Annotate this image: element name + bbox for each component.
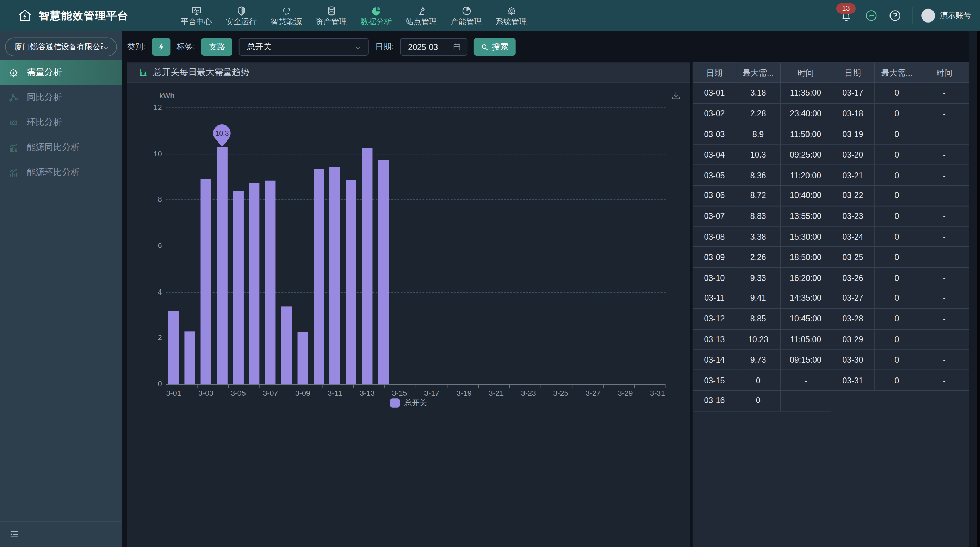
table-cell: - xyxy=(920,124,970,145)
chart-legend[interactable]: 总开关 xyxy=(127,397,690,408)
collapse-sidebar-icon[interactable] xyxy=(9,529,19,540)
gridline xyxy=(165,154,665,155)
bar-3-09[interactable] xyxy=(298,332,308,384)
category-electric-button[interactable] xyxy=(151,38,170,56)
download-icon[interactable] xyxy=(671,91,681,101)
help-icon[interactable] xyxy=(888,9,902,22)
avatar[interactable] xyxy=(921,9,935,22)
table-cell: 03-24 xyxy=(831,226,875,247)
demand-table-panel: 日期最大需...时间日期最大需...时间03-013.1811:35:0003-… xyxy=(692,62,969,547)
table-row: 03-109.3316:20:0003-260- xyxy=(692,268,970,288)
sidebar-item-0[interactable]: 需量分析 xyxy=(0,60,122,85)
page-scrollbar[interactable] xyxy=(969,31,977,547)
table-cell: - xyxy=(920,247,970,268)
y-tick-label: 10 xyxy=(133,149,162,158)
bar-3-03[interactable] xyxy=(201,179,212,384)
x-tick-mark xyxy=(291,384,291,388)
bar-3-13[interactable] xyxy=(362,148,372,384)
x-tick-mark xyxy=(478,384,479,388)
table-cell: - xyxy=(781,370,831,391)
table-cell: - xyxy=(920,329,970,349)
x-tick-label: 3-17 xyxy=(418,389,445,398)
switch-select[interactable]: 总开关 xyxy=(239,38,369,56)
x-tick-label: 3-19 xyxy=(450,389,478,398)
table-cell: 03-10 xyxy=(692,268,736,288)
account-name[interactable]: 演示账号 xyxy=(940,10,971,21)
screen-dashboard-icon[interactable] xyxy=(864,9,878,22)
demand-gear-bolt-icon xyxy=(8,67,19,78)
chart-panel: 总开关每日最大需量趋势 kWh0246810123-013-033-053-07… xyxy=(127,62,691,547)
nav-item-safety-shield[interactable]: 安全运行 xyxy=(219,0,264,31)
nav-item-label: 智慧能源 xyxy=(270,18,302,26)
table-cell: 03-14 xyxy=(692,349,736,370)
nav-item-asset-database[interactable]: 资产管理 xyxy=(309,0,354,31)
company-select[interactable]: 厦门锐谷通信设备有限公司 xyxy=(5,37,117,56)
y-tick-label: 0 xyxy=(133,380,162,388)
x-tick-mark xyxy=(572,384,573,388)
nav-item-label: 平台中心 xyxy=(181,18,212,26)
bar-3-11[interactable] xyxy=(330,167,340,384)
calendar-icon xyxy=(452,43,461,51)
sidebar-item-1[interactable]: 同比分析 xyxy=(0,85,122,110)
bar-3-08[interactable] xyxy=(281,306,292,384)
bar-3-05[interactable] xyxy=(233,191,243,384)
table-cell: 03-05 xyxy=(692,165,736,186)
table-cell: 0 xyxy=(875,329,920,349)
bar-3-10[interactable] xyxy=(313,169,324,384)
nav-item-platform-center[interactable]: 平台中心 xyxy=(173,0,219,31)
table-header-cell: 日期 xyxy=(692,62,736,83)
date-picker[interactable]: 2025-03 xyxy=(400,38,468,56)
table-cell: 10:45:00 xyxy=(781,309,831,329)
x-tick-mark xyxy=(635,384,635,388)
main-nav: 平台中心安全运行智慧能源资产管理数据分析站点管理产能管理系统管理 xyxy=(173,0,534,31)
table-cell: 18:50:00 xyxy=(781,247,831,268)
sidebar-item-3[interactable]: 能源同比分析 xyxy=(0,135,122,160)
bar-3-06[interactable] xyxy=(249,183,259,384)
bar-3-04[interactable] xyxy=(216,147,227,384)
table-header-cell: 时间 xyxy=(920,62,970,83)
table-row: 03-128.8510:45:0003-280- xyxy=(692,309,970,329)
table-cell: 8.9 xyxy=(736,124,781,145)
table-cell: 03-21 xyxy=(831,165,875,186)
sidebar-item-2[interactable]: 环比分析 xyxy=(0,110,122,135)
sidebar-item-4[interactable]: 能源环比分析 xyxy=(0,160,122,185)
table-cell: - xyxy=(920,288,970,309)
nav-item-site-robot[interactable]: 站点管理 xyxy=(399,0,444,31)
table-cell: 11:35:00 xyxy=(781,83,831,104)
mom-circles-icon xyxy=(8,117,19,128)
nav-item-system-gear[interactable]: 系统管理 xyxy=(488,0,534,31)
search-icon xyxy=(481,43,489,51)
sidebar-item-label: 同比分析 xyxy=(27,92,62,103)
table-cell: 03-06 xyxy=(692,186,736,206)
notifications-button[interactable]: 13 xyxy=(840,7,856,24)
bar-3-01[interactable] xyxy=(169,311,179,384)
bar-3-02[interactable] xyxy=(185,331,195,384)
nav-item-capacity-pie[interactable]: 产能管理 xyxy=(444,0,489,31)
table-cell: 3.38 xyxy=(736,226,781,247)
table-cell: 0 xyxy=(875,124,920,145)
page-scrollbar-edge xyxy=(977,31,980,547)
y-tick-label: 8 xyxy=(133,195,162,204)
nav-item-energy-recycle[interactable]: 智慧能源 xyxy=(264,0,309,31)
nav-item-data-analysis-pie[interactable]: 数据分析 xyxy=(354,0,399,31)
table-row: 03-058.3611:20:0003-210- xyxy=(692,165,970,186)
bar-3-07[interactable] xyxy=(265,180,276,384)
x-tick-label: 3-03 xyxy=(192,389,220,398)
bar-3-14[interactable] xyxy=(378,160,388,384)
gridline xyxy=(165,107,665,108)
bar-3-12[interactable] xyxy=(346,180,356,384)
x-tick-mark xyxy=(509,384,510,388)
navbar-right: 13 演示账号 xyxy=(840,0,980,31)
y-tick-label: 4 xyxy=(133,288,162,297)
x-tick-mark xyxy=(259,384,260,388)
table-row: 03-149.7309:15:0003-300- xyxy=(692,349,970,370)
nav-item-label: 资产管理 xyxy=(316,18,347,26)
tag-branch-button[interactable]: 支路 xyxy=(202,38,233,56)
table-cell: 03-02 xyxy=(692,104,736,124)
x-tick-mark xyxy=(322,384,323,388)
table-row: 03-119.4114:35:0003-270- xyxy=(692,288,970,309)
x-tick-label: 3-05 xyxy=(224,389,252,398)
search-button[interactable]: 搜索 xyxy=(474,38,516,56)
bolt-icon xyxy=(157,43,165,51)
table-cell: - xyxy=(920,186,970,206)
